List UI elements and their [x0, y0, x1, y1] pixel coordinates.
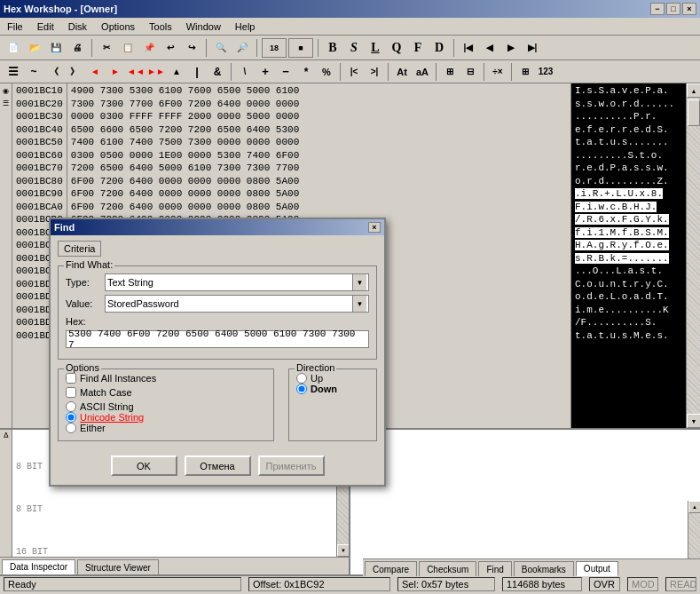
apply-button[interactable]: Применить — [258, 455, 325, 476]
cancel-button[interactable]: Отмена — [185, 455, 251, 476]
value-combo[interactable]: StoredPassword ▼ — [105, 295, 369, 313]
criteria-tab[interactable]: Criteria — [58, 241, 101, 257]
dialog-title-text: Find — [54, 222, 75, 233]
find-all-check: Find All Instances — [66, 373, 266, 384]
match-case-check: Match Case — [66, 387, 132, 398]
either-radio-item: Either — [66, 423, 266, 433]
unicode-label: Unicode String — [80, 412, 144, 423]
hex-value: 5300 7400 6F00 7200 6500 6400 5000 6100 … — [68, 329, 366, 350]
unicode-radio[interactable] — [66, 412, 76, 423]
dialog-overlay: Find × Criteria Find What: Type: Text St… — [0, 0, 700, 594]
dialog-close-button[interactable]: × — [368, 222, 381, 233]
up-radio[interactable] — [296, 373, 307, 384]
type-label: Type: — [66, 277, 101, 288]
type-row: Type: Text String ▼ — [66, 273, 369, 291]
value-row: Value: StoredPassword ▼ — [66, 295, 369, 313]
ok-button[interactable]: OK — [111, 455, 177, 476]
options-direction-row: Options Find All Instances Match Case — [58, 365, 377, 445]
value-combo-arrow[interactable]: ▼ — [352, 296, 366, 312]
match-ascii-row: Match Case — [66, 387, 266, 398]
up-radio-item: Up — [296, 373, 369, 384]
down-radio[interactable] — [296, 384, 307, 394]
direction-group: Direction Up Down — [288, 368, 377, 441]
ascii-radio[interactable] — [66, 401, 76, 412]
hex-display: 5300 7400 6F00 7200 6500 6400 5000 6100 … — [66, 330, 369, 348]
up-label: Up — [311, 373, 323, 384]
match-case-checkbox[interactable] — [66, 387, 76, 398]
options-label: Options — [64, 362, 101, 373]
direction-label: Direction — [295, 362, 336, 373]
unicode-radio-item: Unicode String — [66, 412, 266, 423]
down-radio-item: Down — [296, 384, 369, 394]
find-what-group: Find What: Type: Text String ▼ Value: St… — [58, 265, 377, 360]
dialog-title-bar: Find × — [51, 219, 384, 235]
ascii-radio-item: ASCII String — [66, 401, 266, 412]
value-text: StoredPassword — [107, 298, 179, 309]
dialog-body: Criteria Find What: Type: Text String ▼ … — [51, 235, 384, 485]
type-combo[interactable]: Text String ▼ — [105, 273, 369, 291]
hex-row: Hex: 5300 7400 6F00 7200 6500 6400 5000 … — [66, 316, 369, 348]
value-label: Value: — [66, 298, 101, 309]
string-type-group: ASCII String Unicode String Either — [66, 401, 266, 433]
type-value: Text String — [107, 277, 153, 288]
options-group: Options Find All Instances Match Case — [58, 368, 274, 441]
either-label: Either — [80, 423, 106, 433]
hex-label: Hex: — [66, 316, 86, 327]
find-all-label: Find All Instances — [80, 373, 156, 384]
find-all-checkbox[interactable] — [66, 373, 76, 384]
down-label: Down — [311, 384, 337, 394]
ascii-label: ASCII String — [80, 401, 134, 412]
dialog-buttons: OK Отмена Применить — [58, 452, 377, 479]
find-dialog: Find × Criteria Find What: Type: Text St… — [49, 218, 386, 487]
type-combo-arrow[interactable]: ▼ — [352, 274, 366, 290]
find-what-label: Find What: — [64, 259, 114, 270]
match-case-label: Match Case — [80, 387, 132, 398]
either-radio[interactable] — [66, 423, 76, 433]
